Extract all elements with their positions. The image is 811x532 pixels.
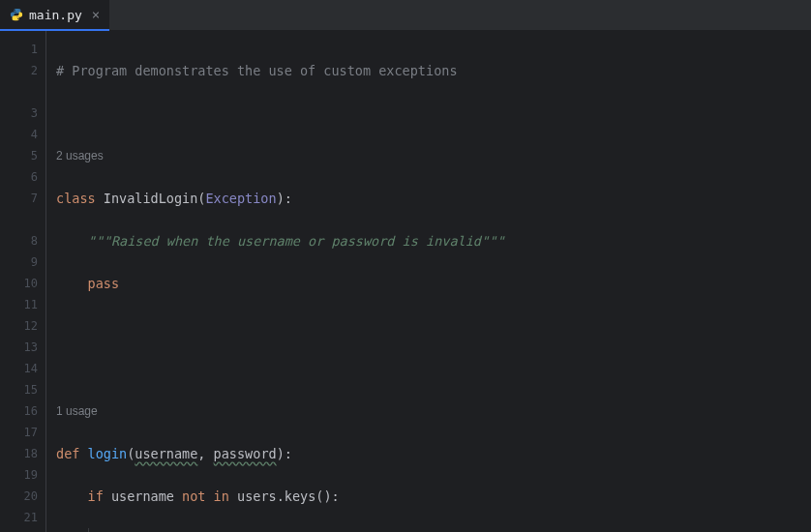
- keyword: class: [56, 191, 96, 206]
- code-line[interactable]: # Program demonstrates the use of custom…: [56, 60, 811, 81]
- line-number: 14: [0, 358, 38, 379]
- code-line[interactable]: [56, 103, 811, 124]
- keyword: def: [56, 446, 79, 461]
- line-number: 8: [0, 230, 38, 251]
- code-line[interactable]: raise InvalidLogin('Invalid username or …: [56, 528, 811, 532]
- line-number: 20: [0, 486, 38, 507]
- keyword: pass: [88, 276, 120, 291]
- line-number: 13: [0, 337, 38, 358]
- identifier: username: [111, 488, 174, 504]
- code-editor[interactable]: 1 2 3 4 5 6 7 8 9 10 11 12 13 14 15 16 1…: [0, 31, 811, 532]
- line-number: [0, 81, 38, 103]
- line-number: 6: [0, 166, 38, 188]
- line-number: 19: [0, 464, 38, 486]
- line-number: 16: [0, 400, 38, 422]
- code-line[interactable]: """Raised when the username or password …: [56, 230, 811, 251]
- code-line[interactable]: [56, 358, 811, 379]
- line-number: 2: [0, 60, 38, 81]
- base-class: Exception: [205, 191, 276, 206]
- line-number: 18: [0, 443, 38, 464]
- docstring: """Raised when the username or password …: [88, 233, 505, 249]
- tab-bar: main.py ×: [0, 0, 811, 31]
- close-icon[interactable]: ×: [92, 7, 100, 22]
- usages-inlay[interactable]: 2 usages: [56, 145, 811, 166]
- line-number: 21: [0, 507, 38, 528]
- code-line[interactable]: def login(username, password):: [56, 443, 811, 464]
- keyword: if: [88, 488, 104, 504]
- python-file-icon: [10, 8, 23, 21]
- class-name: InvalidLogin: [104, 191, 198, 206]
- line-number: 11: [0, 294, 38, 315]
- line-number: 3: [0, 103, 38, 124]
- parameter: password: [214, 446, 277, 461]
- tab-main-py[interactable]: main.py ×: [0, 0, 109, 31]
- expression: users.keys(): [237, 488, 332, 504]
- line-number: 9: [0, 251, 38, 273]
- line-number: 1: [0, 39, 38, 60]
- keyword: not in: [182, 488, 229, 504]
- parameter: username: [135, 446, 197, 461]
- code-line[interactable]: if username not in users.keys():: [56, 486, 811, 507]
- line-number: 12: [0, 315, 38, 337]
- line-number: 17: [0, 422, 38, 443]
- line-number: [0, 209, 38, 230]
- line-number: 4: [0, 124, 38, 145]
- code-line[interactable]: pass: [56, 273, 811, 294]
- code-area[interactable]: # Program demonstrates the use of custom…: [46, 31, 811, 532]
- line-number: 7: [0, 188, 38, 209]
- comment-text: # Program demonstrates the use of custom…: [56, 63, 458, 78]
- line-number: 10: [0, 273, 38, 294]
- line-number-gutter: 1 2 3 4 5 6 7 8 9 10 11 12 13 14 15 16 1…: [0, 31, 46, 532]
- line-number: 5: [0, 145, 38, 166]
- function-name: login: [88, 446, 128, 461]
- code-line[interactable]: [56, 315, 811, 337]
- line-number: 15: [0, 379, 38, 400]
- tab-label: main.py: [29, 8, 82, 22]
- code-line[interactable]: class InvalidLogin(Exception):: [56, 188, 811, 209]
- usages-inlay[interactable]: 1 usage: [56, 400, 811, 422]
